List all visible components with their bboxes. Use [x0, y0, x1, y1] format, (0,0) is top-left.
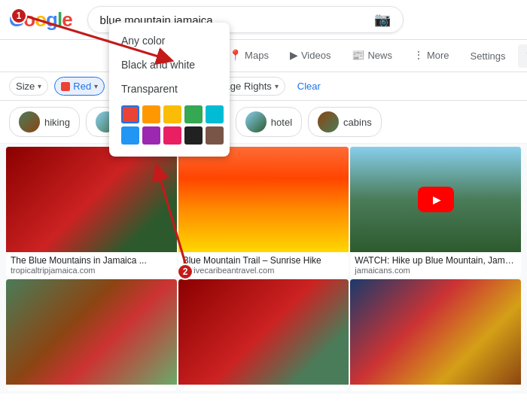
suggestion-image — [318, 111, 339, 132]
image-thumbnail — [6, 279, 177, 385]
swatch-black[interactable] — [184, 126, 203, 145]
color-swatches — [109, 101, 230, 151]
image-thumbnail — [6, 147, 177, 252]
swatch-brown[interactable] — [206, 126, 224, 145]
image-thumbnail — [178, 147, 349, 252]
suggestion-hotel[interactable]: hotel — [236, 107, 302, 137]
nav-tabs: 🔍 All 🖼 Images 📍 Maps ▶ Videos 📰 News ⋮ … — [0, 40, 527, 72]
suggestion-image — [19, 111, 40, 132]
chevron-down-icon: ▾ — [275, 82, 279, 90]
chevron-down-icon: ▾ — [94, 82, 98, 90]
image-card-coffee-berries[interactable] — [178, 279, 349, 391]
image-card-mountain[interactable]: WATCH: Hike up Blue Mountain, Jamaica ja… — [350, 147, 521, 278]
swatch-green[interactable] — [184, 105, 203, 123]
color-option-transparent[interactable]: Transparent — [109, 77, 230, 101]
image-caption — [6, 385, 177, 391]
header: 1 Google 📷 — [0, 0, 527, 40]
image-card-bags[interactable] — [350, 279, 521, 391]
suggestion-hiking[interactable]: hiking — [9, 107, 80, 137]
annotation-circle-2: 2 — [177, 263, 193, 280]
swatch-teal[interactable] — [206, 105, 224, 123]
swatch-purple[interactable] — [142, 126, 160, 145]
image-source: activecaribeantravel.com — [183, 266, 345, 275]
image-thumbnail — [178, 279, 349, 385]
image-title: WATCH: Hike up Blue Mountain, Jamaica — [355, 255, 516, 266]
clear-button[interactable]: Clear — [291, 78, 327, 95]
swatch-yellow[interactable] — [163, 105, 181, 123]
swatch-pink[interactable] — [163, 126, 181, 145]
suggestion-image — [245, 111, 267, 132]
images-grid: The Blue Mountains in Jamaica ... tropic… — [0, 144, 527, 394]
image-title: Blue Mountain Trail – Sunrise Hike — [183, 255, 345, 266]
image-card-berries[interactable]: The Blue Mountains in Jamaica ... tropic… — [6, 147, 177, 278]
image-card-sunset[interactable]: Blue Mountain Trail – Sunrise Hike activ… — [178, 147, 349, 278]
suggestion-cabins[interactable]: cabins — [308, 107, 382, 137]
image-caption: WATCH: Hike up Blue Mountain, Jamaica ja… — [350, 252, 521, 278]
youtube-play-icon — [418, 187, 454, 212]
swatch-red[interactable] — [121, 105, 139, 123]
swatch-blue[interactable] — [121, 126, 139, 145]
image-thumbnail — [350, 147, 521, 252]
image-thumbnail — [350, 279, 521, 385]
image-caption: Blue Mountain Trail – Sunrise Hike activ… — [178, 252, 349, 278]
color-option-any[interactable]: Any color — [109, 29, 230, 53]
swatch-orange[interactable] — [142, 105, 160, 123]
videos-icon: ▶ — [290, 49, 298, 61]
image-caption — [178, 385, 349, 391]
image-caption — [350, 385, 521, 391]
image-title: The Blue Mountains in Jamaica ... — [11, 255, 172, 266]
filter-bar: Size ▾ Red ▾ Type ▾ Time ▾ Usage Rights … — [0, 72, 527, 101]
camera-icon[interactable]: 📷 — [374, 11, 391, 28]
annotation-circle-1: 1 — [11, 8, 27, 24]
chevron-down-icon: ▾ — [38, 82, 41, 90]
image-card-tent[interactable] — [6, 279, 177, 391]
image-source: jamaicans.com — [355, 266, 516, 275]
color-dropdown: Any color Black and white Transparent — [109, 23, 230, 157]
settings-tab[interactable]: Settings — [462, 44, 515, 68]
image-source: tropicaltripjamaica.com — [11, 266, 172, 275]
more-icon: ⋮ — [413, 49, 424, 61]
tab-videos[interactable]: ▶ Videos — [281, 43, 340, 68]
maps-icon: 📍 — [229, 49, 242, 61]
header-right: Settings Tools — [462, 44, 527, 68]
news-icon: 📰 — [352, 49, 364, 61]
tab-news[interactable]: 📰 News — [343, 43, 401, 68]
image-caption: The Blue Mountains in Jamaica ... tropic… — [6, 252, 177, 278]
color-filter[interactable]: Red ▾ — [54, 77, 105, 96]
tools-tab[interactable]: Tools — [518, 44, 527, 68]
tab-more[interactable]: ⋮ More — [404, 43, 458, 68]
size-filter[interactable]: Size ▾ — [9, 77, 48, 96]
suggestions: hiking break snow hotel cabins — [0, 101, 527, 144]
color-option-bw[interactable]: Black and white — [109, 53, 230, 77]
color-swatch — [61, 82, 70, 91]
